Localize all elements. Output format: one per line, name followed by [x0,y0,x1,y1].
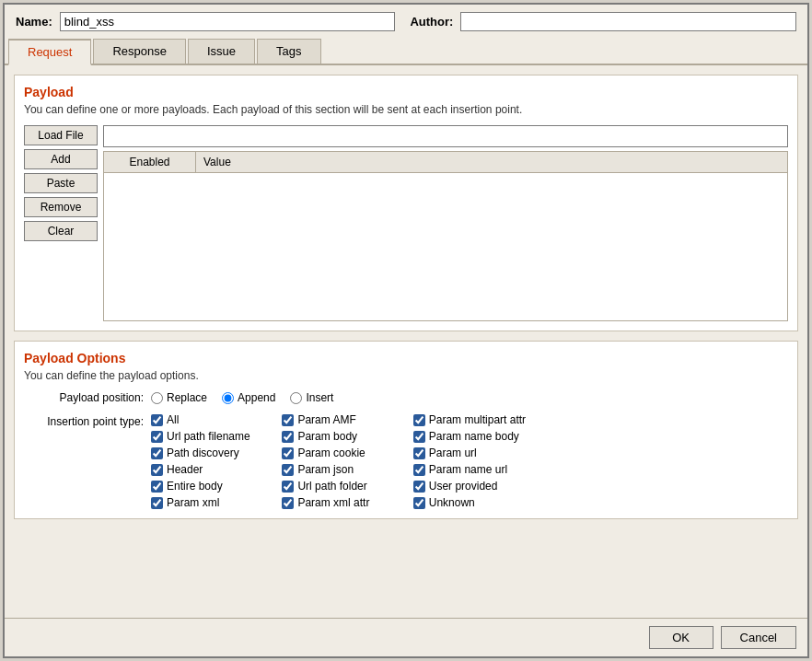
cb-path-discovery[interactable]: Path discovery [151,446,263,459]
name-input[interactable] [60,12,396,31]
cb-param-multipart-attr-label: Param multipart attr [429,413,526,426]
clear-button[interactable]: Clear [24,221,98,241]
paste-button[interactable]: Paste [24,173,98,193]
cb-param-body-input[interactable] [282,431,294,443]
cb-param-name-body-input[interactable] [413,431,425,443]
cb-param-cookie[interactable]: Param cookie [282,446,394,459]
payload-controls: Load File Add Paste Remove Clear Enabled… [24,125,788,321]
add-button[interactable]: Add [24,149,98,169]
cb-url-path-folder-input[interactable] [282,481,294,493]
tab-response[interactable]: Response [93,39,186,64]
position-label: Payload position: [24,391,144,404]
cb-entire-body[interactable]: Entire body [151,480,263,493]
cb-param-url-label: Param url [429,446,477,459]
insertion-label: Insertion point type: [24,413,144,428]
cb-url-path-filename[interactable]: Url path filename [151,430,263,443]
cb-param-xml-attr[interactable]: Param xml attr [282,496,394,509]
cb-header-input[interactable] [151,464,163,476]
radio-append-input[interactable] [222,392,234,404]
checkboxes-grid: All Param AMF Param multipart attr Url p… [151,413,526,509]
cb-all-label: All [167,413,179,426]
cb-param-json-input[interactable] [282,464,294,476]
cb-param-body[interactable]: Param body [282,430,394,443]
cb-all[interactable]: All [151,413,263,426]
cb-entire-body-input[interactable] [151,481,163,493]
cb-unknown[interactable]: Unknown [413,496,526,509]
tab-tags[interactable]: Tags [257,39,320,64]
payload-left-buttons: Load File Add Paste Remove Clear [24,125,98,241]
cb-url-path-folder-label: Url path folder [297,480,366,493]
tab-content: Payload You can define one or more paylo… [5,65,807,618]
cb-param-amf-input[interactable] [282,414,294,426]
payload-options-section: Payload Options You can define the paylo… [14,341,798,519]
cancel-button[interactable]: Cancel [721,626,796,649]
cb-param-body-label: Param body [297,430,357,443]
cb-param-multipart-attr-input[interactable] [413,414,425,426]
radio-replace-input[interactable] [151,392,163,404]
tab-issue[interactable]: Issue [188,39,255,64]
cb-param-multipart-attr[interactable]: Param multipart attr [413,413,526,426]
payload-section: Payload You can define one or more paylo… [14,75,798,331]
radio-append-label: Append [238,391,275,404]
cb-param-url[interactable]: Param url [413,446,526,459]
table-body [104,173,787,320]
options-title: Payload Options [24,351,788,365]
cb-param-cookie-input[interactable] [282,447,294,459]
cb-all-input[interactable] [151,414,163,426]
ok-button[interactable]: OK [649,626,713,649]
radio-insert-label: Insert [306,391,333,404]
payload-desc: You can define one or more payloads. Eac… [24,103,788,116]
name-label: Name: [16,15,52,29]
cb-path-discovery-input[interactable] [151,447,163,459]
cb-param-xml-attr-label: Param xml attr [297,496,369,509]
cb-unknown-input[interactable] [413,497,425,509]
cb-user-provided-label: User provided [429,480,498,493]
col-enabled: Enabled [104,152,196,172]
cb-param-amf[interactable]: Param AMF [282,413,394,426]
cb-header-label: Header [167,463,203,476]
radio-replace-label: Replace [167,391,207,404]
cb-param-cookie-label: Param cookie [297,446,365,459]
cb-url-path-folder[interactable]: Url path folder [282,480,394,493]
cb-user-provided-input[interactable] [413,481,425,493]
cb-param-amf-label: Param AMF [297,413,355,426]
cb-unknown-label: Unknown [429,496,475,509]
cb-param-name-url-input[interactable] [413,464,425,476]
name-row: Name: Author: [5,5,807,39]
author-input[interactable] [460,12,796,31]
cb-url-path-filename-label: Url path filename [167,430,250,443]
radio-append[interactable]: Append [222,391,275,404]
cb-param-json[interactable]: Param json [282,463,394,476]
position-row: Payload position: Replace Append Insert [24,391,788,404]
cb-param-json-label: Param json [297,463,354,476]
table-header: Enabled Value [104,152,787,173]
cb-header[interactable]: Header [151,463,263,476]
cb-param-xml-input[interactable] [151,497,163,509]
cb-url-path-filename-input[interactable] [151,431,163,443]
radio-insert[interactable]: Insert [290,391,333,404]
cb-param-xml[interactable]: Param xml [151,496,263,509]
tab-request[interactable]: Request [8,39,91,65]
cb-param-xml-label: Param xml [167,496,219,509]
load-file-button[interactable]: Load File [24,125,98,145]
cb-user-provided[interactable]: User provided [413,480,526,493]
main-dialog: Name: Author: Request Response Issue Tag… [3,3,809,658]
cb-param-name-body[interactable]: Param name body [413,430,526,443]
radio-insert-input[interactable] [290,392,302,404]
tab-bar: Request Response Issue Tags [5,39,807,65]
footer: OK Cancel [5,618,807,656]
cb-path-discovery-label: Path discovery [167,446,239,459]
cb-param-url-input[interactable] [413,447,425,459]
cb-param-xml-attr-input[interactable] [282,497,294,509]
remove-button[interactable]: Remove [24,197,98,217]
cb-param-name-url[interactable]: Param name url [413,463,526,476]
col-value: Value [196,152,787,172]
cb-entire-body-label: Entire body [167,480,223,493]
radio-group: Replace Append Insert [151,391,333,404]
file-input-bar [103,125,788,147]
cb-param-name-url-label: Param name url [429,463,507,476]
radio-replace[interactable]: Replace [151,391,207,404]
options-desc: You can define the payload options. [24,369,788,382]
payload-title: Payload [24,85,788,99]
payload-table: Enabled Value [103,151,788,321]
